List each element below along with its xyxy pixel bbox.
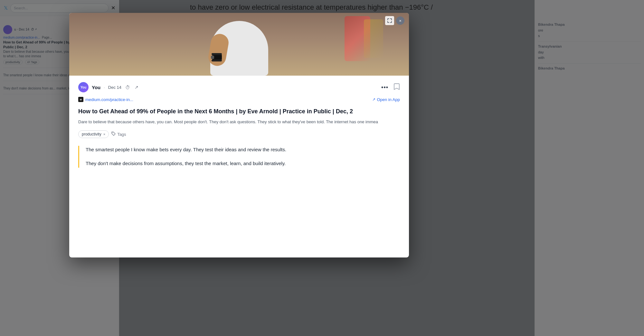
author-avatar: You (78, 82, 89, 92)
tag-text: productivity (82, 132, 101, 136)
source-row: M medium.com/practice-in... ↗ Open in Ap… (78, 97, 400, 102)
modal-header-bar: × (381, 13, 409, 28)
modal-expand-button[interactable] (385, 16, 394, 25)
tags-label: Tags (117, 132, 126, 137)
article-title: How to Get Ahead of 99% of People in the… (78, 107, 400, 116)
more-options-button[interactable]: ••• (380, 84, 390, 91)
source-url-text: medium.com/practice-in... (85, 97, 133, 102)
modal-close-button[interactable]: × (396, 16, 404, 25)
article-modal: × (69, 13, 409, 257)
open-in-app-label: Open in App (377, 97, 400, 102)
author-name: You (92, 85, 100, 90)
bookmark-button[interactable] (393, 83, 400, 92)
quote-paragraph-1: The smartest people I know make bets eve… (86, 146, 400, 154)
article-excerpt: Dare to believe that because others have… (78, 119, 400, 125)
external-link-icon: ↗ (372, 97, 375, 102)
clock-button[interactable]: ⏱ (125, 84, 131, 91)
share-icon: ↗ (135, 85, 138, 90)
svg-point-0 (112, 132, 113, 133)
add-tags-button[interactable]: Tags (111, 132, 126, 137)
close-icon: × (399, 18, 402, 23)
open-in-app-link[interactable]: ↗ Open in App (372, 97, 400, 102)
article-meta-left: You You · Dec 14 ⏱ ↗ (78, 82, 139, 92)
modal-hero-image (69, 13, 409, 76)
tag-icon (111, 132, 116, 137)
tag-remove-button[interactable]: × (103, 132, 105, 136)
meta-icons: ⏱ ↗ (125, 84, 139, 91)
bookmark-icon (393, 85, 400, 91)
quote-paragraph-2: They don't make decisions from assumptio… (86, 160, 400, 168)
productivity-tag[interactable]: productivity × (78, 130, 109, 138)
meta-separator: · (104, 85, 105, 90)
more-icon: ••• (381, 84, 388, 90)
blockquote-section: The smartest people I know make bets eve… (78, 146, 400, 168)
source-favicon: M (78, 97, 83, 102)
article-meta-row: You You · Dec 14 ⏱ ↗ ••• (78, 82, 400, 92)
tags-row: productivity × Tags (78, 130, 400, 138)
source-link[interactable]: M medium.com/practice-in... (78, 97, 133, 102)
modal-content: You You · Dec 14 ⏱ ↗ ••• (69, 76, 409, 257)
meta-date: Dec 14 (108, 85, 121, 90)
clock-icon: ⏱ (125, 85, 130, 90)
share-button[interactable]: ↗ (134, 84, 139, 90)
